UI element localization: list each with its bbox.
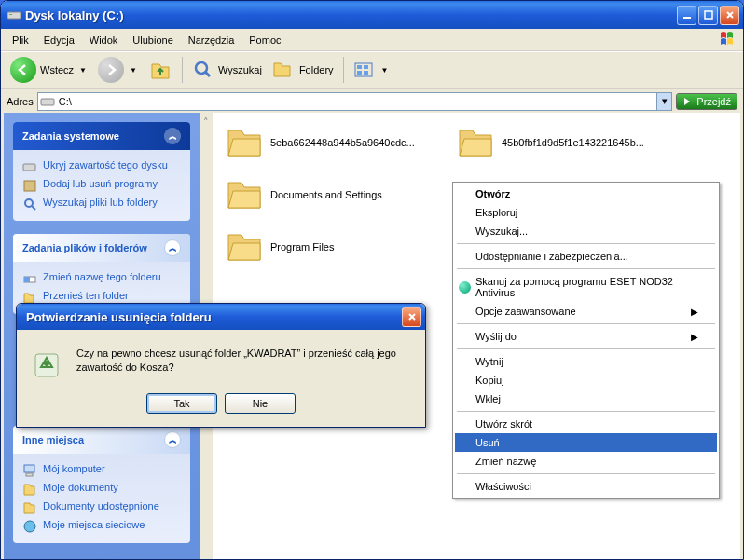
chevron-up-icon: ︽ [164, 431, 181, 448]
svg-rect-9 [364, 71, 368, 75]
cm-sendto[interactable]: Wyślij do▶ [455, 327, 717, 346]
minimize-button[interactable] [677, 6, 696, 25]
search-icon [22, 197, 37, 212]
folder-item[interactable]: Documents and Settings [226, 178, 457, 212]
cm-delete[interactable]: Usuń [455, 433, 717, 452]
cm-rename[interactable]: Zmień nazwę [455, 452, 717, 471]
addressbar: Adres C:\ ▾ Przejdź [1, 89, 743, 113]
cm-paste[interactable]: Wklej [455, 389, 717, 408]
other-places-header[interactable]: Inne miejsca︽ [13, 426, 190, 454]
search-button[interactable]: Wyszukaj [188, 57, 266, 83]
address-dropdown[interactable]: ▾ [656, 93, 671, 110]
folder-item[interactable]: 45b0fbf1d9d5f1e143221645b... [457, 126, 688, 159]
cm-share[interactable]: Udostępnianie i zabezpieczenia... [455, 247, 717, 266]
svg-rect-8 [357, 71, 362, 75]
titlebar[interactable]: Dysk lokalny (C:) [1, 1, 743, 29]
system-tasks-group: Zadania systemowe︽ Ukryj zawartość tego … [13, 122, 190, 221]
drive-icon [40, 94, 55, 109]
close-button[interactable] [720, 6, 739, 25]
menu-help[interactable]: Pomoc [241, 32, 288, 48]
svg-rect-0 [7, 12, 21, 19]
svg-rect-2 [683, 17, 691, 19]
search-icon [192, 59, 214, 81]
folder-item[interactable]: 5eba662448a944b5a9640cdc... [226, 126, 457, 159]
cm-explore[interactable]: Eksploruj [455, 203, 717, 222]
system-tasks-header[interactable]: Zadania systemowe︽ [13, 122, 190, 150]
task-hide-contents[interactable]: Ukryj zawartość tego dysku [22, 157, 181, 176]
cm-advanced[interactable]: Opcje zaawansowane▶ [455, 302, 717, 321]
svg-rect-16 [24, 465, 34, 472]
svg-rect-17 [26, 473, 33, 476]
recycle-bin-icon [30, 347, 63, 380]
network-icon [22, 519, 37, 534]
svg-rect-3 [705, 11, 712, 19]
folder-up-icon [148, 58, 172, 82]
folder-icon [226, 178, 263, 212]
chevron-down-icon[interactable]: ▼ [379, 66, 391, 75]
place-my-documents[interactable]: Moje dokumenty [22, 480, 181, 499]
up-button[interactable] [145, 56, 176, 84]
views-icon [353, 61, 376, 79]
shared-icon [22, 500, 37, 515]
folders-button[interactable]: Foldery [268, 57, 338, 83]
confirm-dialog: Potwierdzanie usunięcia folderu Czy na p… [16, 303, 426, 428]
svg-rect-15 [24, 277, 30, 282]
menu-favorites[interactable]: Ulubione [125, 32, 180, 48]
documents-icon [22, 482, 37, 497]
folder-item[interactable]: Program Files [226, 230, 457, 264]
file-tasks-header[interactable]: Zadania plików i folderów︽ [13, 234, 190, 262]
svg-point-13 [25, 199, 33, 207]
svg-rect-7 [364, 65, 368, 69]
cm-properties[interactable]: Właściwości [455, 477, 717, 496]
place-network[interactable]: Moje miejsca sieciowe [22, 517, 181, 536]
computer-icon [22, 463, 37, 478]
cm-open[interactable]: Otwórz [455, 184, 717, 203]
views-button[interactable]: ▼ [350, 59, 394, 81]
dialog-text: Czy na pewno chcesz usunąć folder „KWADR… [76, 347, 412, 380]
menu-view[interactable]: Widok [82, 32, 126, 48]
cm-copy[interactable]: Kopiuj [455, 371, 717, 389]
address-label: Adres [7, 96, 34, 107]
yes-button[interactable]: Tak [146, 393, 217, 414]
chevron-right-icon: ▶ [691, 307, 698, 317]
chevron-up-icon: ︽ [164, 239, 181, 256]
other-places-group: Inne miejsca︽ Mój komputer Moje dokument… [13, 426, 190, 543]
chevron-up-icon: ˄ [203, 116, 209, 129]
dialog-titlebar[interactable]: Potwierdzanie usunięcia folderu [17, 304, 425, 330]
menu-edit[interactable]: Edycja [36, 32, 82, 48]
folder-icon [226, 230, 263, 264]
task-add-remove[interactable]: Dodaj lub usuń programy [22, 176, 181, 195]
maximize-button[interactable] [698, 6, 718, 25]
chevron-down-icon[interactable]: ▼ [77, 66, 89, 75]
svg-rect-11 [23, 164, 35, 171]
window-title: Dysk lokalny (C:) [25, 8, 123, 22]
go-button[interactable]: Przejdź [676, 93, 737, 110]
place-shared-docs[interactable]: Dokumenty udostępnione [22, 499, 181, 517]
toolbar: Wstecz ▼ ▼ Wyszukaj Foldery ▼ [1, 51, 743, 89]
place-my-computer[interactable]: Mój komputer [22, 461, 181, 480]
menu-tools[interactable]: Narzędzia [181, 32, 242, 48]
back-button[interactable]: Wstecz ▼ [7, 55, 92, 85]
svg-rect-12 [24, 181, 35, 191]
task-rename[interactable]: Zmień nazwę tego folderu [22, 269, 181, 288]
svg-point-20 [44, 361, 49, 366]
dialog-close-button[interactable] [402, 307, 421, 327]
cm-cut[interactable]: Wytnij [455, 352, 717, 371]
rename-icon [22, 271, 37, 286]
folders-icon [271, 59, 296, 81]
task-search[interactable]: Wyszukaj pliki lub foldery [22, 195, 181, 213]
cm-shortcut[interactable]: Utwórz skrót [455, 415, 717, 433]
chevron-up-icon: ︽ [164, 128, 181, 144]
cm-search[interactable]: Wyszukaj... [455, 222, 717, 240]
address-input[interactable]: C:\ ▾ [37, 92, 673, 111]
no-button[interactable]: Nie [225, 393, 296, 414]
svg-rect-6 [357, 65, 362, 69]
dialog-title: Potwierdzanie usunięcia folderu [26, 310, 212, 324]
context-menu: Otwórz Eksploruj Wyszukaj... Udostępnian… [452, 182, 720, 499]
menu-file[interactable]: Plik [5, 32, 36, 48]
drive-icon [7, 7, 21, 22]
forward-button[interactable]: ▼ [94, 55, 143, 85]
chevron-down-icon[interactable]: ▼ [128, 66, 139, 75]
cm-eset[interactable]: Skanuj za pomocą programu ESET NOD32 Ant… [455, 272, 717, 302]
box-icon [22, 178, 37, 193]
